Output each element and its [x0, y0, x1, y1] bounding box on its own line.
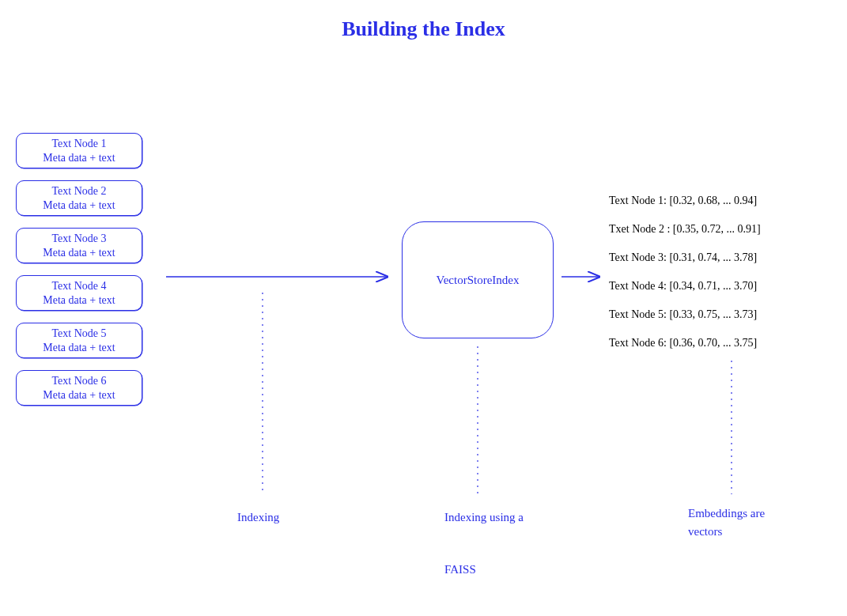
- text-node-6-title: Text Node 6: [51, 375, 106, 387]
- text-node-5-title: Text Node 5: [51, 327, 106, 339]
- vector-store-index-box: VectorStoreIndex: [402, 221, 554, 338]
- text-node-1-sub: Meta data + text: [43, 152, 115, 164]
- text-node-box-4: Text Node 4 Meta data + text: [16, 275, 142, 311]
- text-node-box-6: Text Node 6 Meta data + text: [16, 370, 142, 406]
- vector-store-index-label: VectorStoreIndex: [437, 274, 520, 287]
- text-node-3-sub: Meta data + text: [43, 247, 115, 259]
- text-node-2-sub: Meta data + text: [43, 199, 115, 211]
- text-node-box-1: Text Node 1 Meta data + text: [16, 133, 142, 168]
- caption-indexing: Indexing: [237, 505, 279, 531]
- embedding-row-1: Text Node 1: [0.32, 0.68, ... 0.94]: [609, 195, 757, 207]
- text-node-2-title: Text Node 2: [51, 185, 106, 197]
- text-node-box-5: Text Node 5 Meta data + text: [16, 323, 142, 358]
- embedding-row-5: Text Node 5: [0.33, 0.75, ... 3.73]: [609, 308, 757, 321]
- text-node-box-3: Text Node 3 Meta data + text: [16, 228, 142, 263]
- embedding-row-3: Text Node 3: [0.31, 0.74, ... 3.78]: [609, 251, 757, 264]
- text-node-3-title: Text Node 3: [51, 232, 106, 244]
- embedding-row-2: Txet Node 2 : [0.35, 0.72, ... 0.91]: [609, 223, 761, 236]
- caption-embeddings: Embeddings are vectors: [688, 505, 765, 540]
- text-node-5-sub: Meta data + text: [43, 342, 115, 353]
- text-node-1-title: Text Node 1: [51, 138, 106, 149]
- embedding-row-6: Text Node 6: [0.36, 0.70, ... 3.75]: [609, 337, 757, 350]
- diagram-title: Building the Index: [0, 17, 847, 41]
- embedding-row-4: Text Node 4: [0.34, 0.71, ... 3.70]: [609, 280, 757, 293]
- text-node-4-sub: Meta data + text: [43, 294, 115, 306]
- text-node-box-2: Text Node 2 Meta data + text: [16, 180, 142, 216]
- text-node-6-sub: Meta data + text: [43, 389, 115, 401]
- text-node-4-title: Text Node 4: [51, 280, 106, 292]
- caption-faiss: Indexing using a FAISS embedding as vect…: [444, 505, 543, 616]
